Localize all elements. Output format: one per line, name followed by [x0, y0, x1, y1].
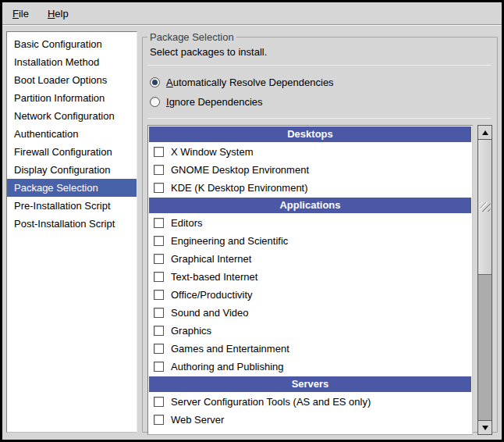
checkbox[interactable]: [154, 326, 164, 336]
package-label: Authoring and Publishing: [171, 361, 284, 372]
sidebar-item[interactable]: Display Configuration: [7, 161, 137, 179]
checkbox[interactable]: [154, 147, 164, 157]
checkbox[interactable]: [154, 236, 164, 246]
sidebar-item[interactable]: Authentication: [7, 125, 137, 143]
scroll-down-button[interactable]: [478, 420, 492, 434]
sidebar-item[interactable]: Partition Information: [7, 89, 137, 107]
package-row[interactable]: Games and Entertainment: [149, 340, 471, 358]
package-label: GNOME Desktop Environment: [171, 164, 309, 176]
checkbox[interactable]: [154, 415, 164, 425]
down-arrow-icon: [482, 426, 488, 430]
category-list: Basic ConfigurationInstallation MethodBo…: [6, 31, 137, 433]
sidebar-item[interactable]: Boot Loader Options: [7, 71, 137, 89]
radio-option[interactable]: Ignore Dependencies: [150, 92, 492, 112]
package-row[interactable]: Server Configuration Tools (AS and ES on…: [149, 393, 471, 411]
sidebar-item[interactable]: Firewall Configuration: [7, 143, 137, 161]
package-label: Graphics: [171, 325, 211, 337]
scroll-up-button[interactable]: [478, 126, 492, 140]
dependency-radio-group: Automatically Resolve DependenciesIgnore…: [150, 73, 492, 112]
package-selection-frame: Package Selection Select packages to ins…: [142, 31, 498, 433]
sidebar-item[interactable]: Basic Configuration: [7, 35, 137, 53]
separator: [147, 118, 491, 119]
package-row[interactable]: Web Server: [149, 411, 471, 429]
package-category-header: Servers: [149, 376, 471, 392]
package-label: Games and Entertainment: [171, 343, 289, 355]
checkbox[interactable]: [154, 254, 164, 264]
package-label: Editors: [171, 217, 202, 229]
package-row[interactable]: Editors: [149, 214, 471, 232]
sidebar-item[interactable]: Package Selection: [7, 179, 137, 197]
package-label: KDE (K Desktop Environment): [171, 182, 308, 194]
checkbox[interactable]: [154, 290, 164, 300]
sidebar-item[interactable]: Post-Installation Script: [7, 215, 137, 233]
package-row[interactable]: Text-based Internet: [149, 268, 471, 286]
package-label: Server Configuration Tools (AS and ES on…: [171, 396, 371, 408]
package-label: Web Server: [171, 414, 224, 426]
package-label: Text-based Internet: [171, 271, 257, 283]
package-label: Office/Productivity: [171, 289, 253, 301]
checkbox[interactable]: [154, 272, 164, 282]
checkbox[interactable]: [154, 308, 164, 318]
scrollbar: [477, 125, 492, 435]
package-label: X Window System: [171, 146, 253, 158]
package-list-area: DesktopsX Window SystemGNOME Desktop Env…: [147, 125, 492, 435]
checkbox[interactable]: [154, 344, 164, 354]
radio-icon: [150, 77, 160, 87]
checkbox[interactable]: [154, 165, 164, 175]
package-label: Graphical Internet: [171, 253, 251, 265]
main-content: Basic ConfigurationInstallation MethodBo…: [2, 25, 502, 440]
package-label: Sound and Video: [171, 307, 249, 319]
package-label: Engineering and Scientific: [171, 235, 288, 247]
package-row[interactable]: Office/Productivity: [149, 286, 471, 304]
package-row[interactable]: Graphical Internet: [149, 250, 471, 268]
menu-help[interactable]: Help: [41, 5, 76, 23]
package-row[interactable]: X Window System: [149, 143, 471, 161]
radio-option[interactable]: Automatically Resolve Dependencies: [150, 73, 492, 92]
kickstart-configurator-window: FileHelp Basic ConfigurationInstallation…: [0, 0, 504, 442]
checkbox[interactable]: [154, 362, 164, 372]
package-row[interactable]: GNOME Desktop Environment: [149, 161, 471, 179]
package-row[interactable]: Authoring and Publishing: [149, 358, 471, 376]
checkbox[interactable]: [154, 218, 164, 228]
package-row[interactable]: Sound and Video: [149, 304, 471, 322]
instruction-text: Select packages to install.: [150, 46, 492, 58]
sidebar-item[interactable]: Installation Method: [7, 53, 137, 71]
scrollbar-thumb[interactable]: [478, 140, 492, 275]
menubar: FileHelp: [2, 2, 502, 25]
package-row[interactable]: KDE (K Desktop Environment): [149, 179, 471, 197]
up-arrow-icon: [482, 130, 488, 135]
package-category-header: Applications: [149, 198, 471, 213]
radio-icon: [150, 97, 160, 107]
menu-file[interactable]: File: [5, 5, 36, 23]
package-row[interactable]: Engineering and Scientific: [149, 232, 471, 250]
package-row[interactable]: Graphics: [149, 322, 471, 340]
sidebar-item[interactable]: Pre-Installation Script: [7, 197, 137, 215]
sidebar-item[interactable]: Network Configuration: [7, 107, 137, 125]
radio-label: Ignore Dependencies: [166, 96, 263, 108]
separator: [147, 65, 491, 66]
checkbox[interactable]: [154, 183, 164, 193]
package-category-header: Desktops: [149, 127, 471, 142]
package-list: DesktopsX Window SystemGNOME Desktop Env…: [147, 125, 473, 435]
radio-label: Automatically Resolve Dependencies: [166, 77, 334, 88]
scrollbar-track[interactable]: [478, 140, 492, 420]
checkbox[interactable]: [154, 397, 164, 407]
frame-title: Package Selection: [147, 31, 236, 43]
